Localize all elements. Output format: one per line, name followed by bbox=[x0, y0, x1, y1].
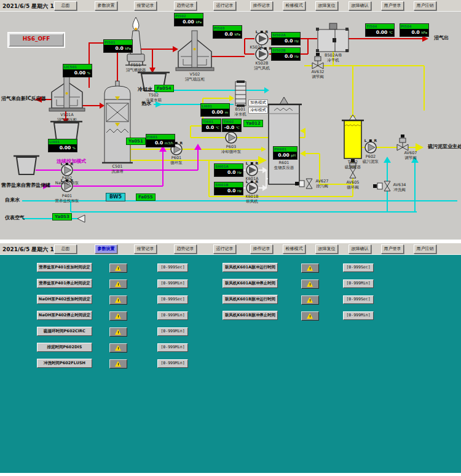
left-label-7[interactable]: 冲洗时间P602FLUSH bbox=[37, 359, 92, 368]
equipment-label-k601b: K601B鼓风机 bbox=[245, 195, 258, 204]
flow-label: 仪表空气 bbox=[5, 215, 25, 220]
value-display-fi601: FI6010.0 m3/h bbox=[146, 134, 175, 147]
warning-exclamation-icon bbox=[118, 315, 119, 318]
right-set-button-3[interactable] bbox=[301, 295, 319, 305]
right-range-label-4: [0-999Min] bbox=[343, 311, 374, 320]
flow-label: 自来水 bbox=[5, 197, 20, 203]
b502-dryer-shape bbox=[316, 23, 349, 52]
toolbar-button-7[interactable]: 检修模式 bbox=[283, 244, 305, 254]
equipment-label-p602: P602硫污泥泵 bbox=[363, 155, 379, 164]
left-label-5[interactable]: 硫循环时间P602CIRC bbox=[37, 327, 92, 336]
local-remote-indicator: LR bbox=[256, 30, 268, 34]
equipment-label-k502b: K502B沼气风机 bbox=[254, 61, 270, 71]
warning-exclamation-icon bbox=[118, 299, 119, 302]
settings-screen: 2021/6/5 星期六 15:03:总图参数设置报警记录趋势记录运行记录操作记… bbox=[0, 243, 461, 473]
right-set-button-2[interactable] bbox=[301, 279, 319, 289]
toolbar-button-2[interactable]: 参数设置 bbox=[95, 244, 117, 254]
left-label-3[interactable]: NaOH泵P402投加时间设定 bbox=[37, 295, 92, 304]
left-set-button-4[interactable] bbox=[109, 311, 127, 321]
left-range-label-7: [0-999Min] bbox=[157, 359, 188, 368]
right-label-1[interactable]: 鼓风机K601A脉冲运行时间 bbox=[223, 263, 278, 272]
flow-label: 冷却水 bbox=[138, 87, 152, 92]
value-display-ph601: PH6010.00 pH bbox=[273, 146, 297, 160]
right-label-2[interactable]: 鼓风机K601A脉冲停止时间 bbox=[223, 279, 278, 288]
left-set-button-2[interactable] bbox=[109, 279, 127, 289]
toolbar-button-10[interactable]: 用户登录 bbox=[381, 1, 404, 10]
warning-exclamation-icon bbox=[118, 347, 119, 349]
hs6-off-button[interactable]: HS6_OFF bbox=[9, 33, 64, 47]
left-set-button-5[interactable] bbox=[109, 327, 127, 337]
left-set-button-6[interactable] bbox=[109, 343, 127, 353]
green-tag-button-ya012[interactable]: Ya012 bbox=[243, 120, 263, 127]
dosing-tank-shape bbox=[14, 156, 39, 174]
left-label-2[interactable]: 营养盐泵P401停止时间设定 bbox=[37, 279, 92, 288]
right-label-3[interactable]: 鼓风机K601B脉冲运行时间 bbox=[223, 295, 278, 304]
green-tag-button-ya053[interactable]: Ya053 bbox=[52, 213, 72, 220]
warning-exclamation-icon bbox=[118, 267, 119, 270]
toolbar-button-4[interactable]: 趋势记录 bbox=[174, 1, 197, 10]
c501-column-shape bbox=[102, 81, 133, 163]
right-range-label-2: [0-999Min] bbox=[343, 279, 374, 288]
toolbar-button-8[interactable]: 故障复位 bbox=[315, 1, 338, 10]
green-tag-button-fa055[interactable]: Fa055 bbox=[136, 193, 156, 201]
equipment-label-av605: AV605循环阀 bbox=[347, 181, 360, 190]
right-label-4[interactable]: 鼓风机K601B脉冲停止时间 bbox=[223, 311, 278, 320]
left-range-label-2: [0-999Min] bbox=[157, 279, 188, 288]
green-tag-button-ya051[interactable]: Ya051 bbox=[126, 138, 146, 145]
v501a-tank-shape bbox=[49, 74, 85, 111]
toolbar-button-9[interactable]: 故障确认 bbox=[349, 244, 371, 254]
cyan-status-box[interactable]: BW5 bbox=[106, 193, 125, 201]
process-screen: 2021/6/5 星期六 15:02:总图参数设置报警记录趋势记录运行记录操作记… bbox=[0, 0, 461, 240]
toolbar-button-3[interactable]: 报警记录 bbox=[134, 1, 157, 10]
toolbar-button-5[interactable]: 运行记录 bbox=[213, 244, 236, 254]
left-set-button-1[interactable] bbox=[109, 263, 127, 273]
flow-label: 营养盐来自营养盐储罐 bbox=[1, 182, 50, 188]
toolbar-button-5[interactable]: 运行记录 bbox=[213, 1, 236, 10]
value-display-pi503: PI5030.0 kPa bbox=[213, 25, 242, 39]
t602-settler-shape bbox=[342, 115, 364, 158]
warning-exclamation-icon bbox=[118, 331, 119, 334]
toolbar-button-6[interactable]: 操作记录 bbox=[250, 244, 273, 254]
value-display-li601: LI6010.00 m bbox=[200, 103, 230, 117]
flow-label: 沼气来自新IC反应器 bbox=[1, 96, 46, 101]
right-set-button-1[interactable] bbox=[301, 263, 319, 273]
green-tag-button-fa054[interactable]: Fa054 bbox=[154, 85, 174, 92]
toolbar-button-11[interactable]: 用户注销 bbox=[414, 1, 436, 10]
toolbar-button-4[interactable]: 趋势记录 bbox=[174, 244, 197, 254]
toolbar-button-2[interactable]: 参数设置 bbox=[95, 1, 117, 10]
left-label-4[interactable]: NaOH泵P402停止时间设定 bbox=[37, 311, 92, 320]
toolbar-button-7[interactable]: 检修模式 bbox=[283, 1, 305, 10]
left-label-6[interactable]: 排泥时间P602DIS bbox=[37, 343, 92, 352]
toolbar-button-3[interactable]: 报警记录 bbox=[134, 244, 157, 254]
equipment-label-p603: P603冷却循环泵 bbox=[221, 145, 242, 154]
right-set-button-4[interactable] bbox=[301, 311, 319, 321]
value-display-ti601: TI6010.0 ℃ bbox=[202, 119, 221, 132]
equipment-label-p401: P401营养盐投加泵 bbox=[55, 194, 79, 203]
warning-exclamation-icon bbox=[310, 283, 311, 286]
toolbar-button-1[interactable]: 总图 bbox=[54, 1, 77, 10]
equipment-label-av607: AV607调节阀 bbox=[404, 151, 417, 160]
left-range-label-6: [0-999Min] bbox=[157, 343, 188, 352]
value-display-si502a: SI502A0.0 Hz bbox=[271, 32, 301, 45]
toolbar-button-9[interactable]: 故障确认 bbox=[349, 1, 371, 10]
toolbar-button-11[interactable]: 用户注销 bbox=[414, 244, 436, 254]
equipment-label-av634: AV634冲洗阀 bbox=[393, 183, 406, 192]
b501-chiller-shape bbox=[235, 80, 246, 107]
warning-exclamation-icon bbox=[118, 283, 119, 286]
equipment-label-c501: C501洗涤塔 bbox=[111, 165, 124, 174]
toolbar-button-6[interactable]: 操作记录 bbox=[250, 1, 273, 10]
toolbar-button-1[interactable]: 总图 bbox=[54, 244, 77, 254]
left-set-button-7[interactable] bbox=[109, 359, 127, 369]
value-display-ti602: TI602-0.0 ℃ bbox=[222, 119, 242, 132]
left-range-label-4: [0-999Min] bbox=[157, 311, 188, 320]
value-display-pi504: PI5040.0 kPa bbox=[400, 23, 429, 37]
toolbar-button-10[interactable]: 用户登录 bbox=[381, 244, 404, 254]
toolbar-button-8[interactable]: 故障复位 bbox=[315, 244, 338, 254]
right-range-label-1: [0-999Sec] bbox=[343, 263, 374, 272]
left-set-button-3[interactable] bbox=[109, 295, 127, 305]
equipment-label-f551: F551沼气燃烧器 bbox=[126, 63, 146, 72]
left-label-1[interactable]: 营养盐泵P401投加时间设定 bbox=[37, 263, 92, 272]
local-remote-indicator: LR bbox=[259, 47, 272, 50]
equipment-label-t602: T602硫沉淀器 bbox=[345, 160, 361, 170]
local-remote-indicator: LR bbox=[61, 162, 73, 166]
